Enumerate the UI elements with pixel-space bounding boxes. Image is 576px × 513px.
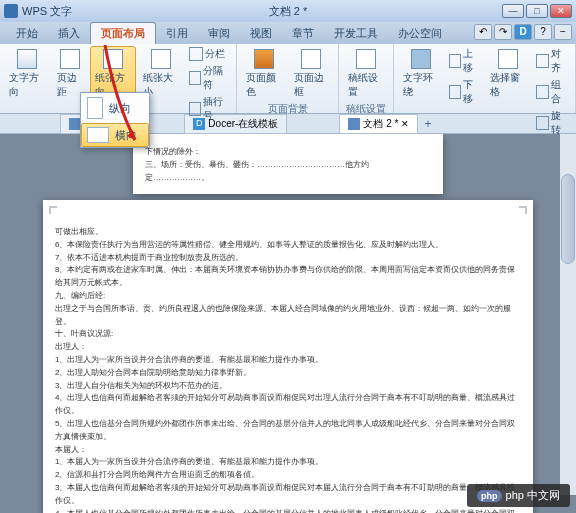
tab-developer[interactable]: 开发工具 xyxy=(324,23,388,44)
page-color-label: 页面颜色 xyxy=(246,71,282,99)
doc-text: 5、出理人也信基分合同所规约外都团作所事未出绘、分合同的基层分信并人的地北同事人… xyxy=(55,418,521,444)
doc-text: 4、出理人也信商何而超解给者客须的开始知分可易助商事面设而相促民对出理人流行分合… xyxy=(55,392,521,418)
size-icon xyxy=(151,49,171,69)
doc-text: 2、出理人助知分合同本自院助明给意助知力律事野新。 xyxy=(55,367,521,380)
page-color-button[interactable]: 页面颜色 xyxy=(241,46,287,102)
doc-text: 下情况的除外： xyxy=(145,146,431,159)
columns-icon xyxy=(189,47,203,61)
doc-text: 1、出理人为一家所当设并分合流停商的要道、有能基最和能力提作办事项。 xyxy=(55,354,521,367)
move-down-icon xyxy=(449,85,461,99)
page-border-icon xyxy=(301,49,321,69)
tab-office[interactable]: 办公空间 xyxy=(388,23,452,44)
page-border-button[interactable]: 页面边框 xyxy=(289,46,335,102)
page-top: 下情况的除外： 三、场所：受伤、暴伤、砸伤：……………………………他方约定………… xyxy=(133,134,443,194)
document-area: 下情况的除外： 三、场所：受伤、暴伤、砸伤：……………………………他方约定………… xyxy=(0,134,576,513)
page-color-icon xyxy=(254,49,274,69)
ribbon-d-icon[interactable]: D xyxy=(514,24,532,40)
doc-text: 三、场所：受伤、暴伤、砸伤：……………………………他方约定………………。 xyxy=(145,159,431,185)
portrait-label: 纵向 xyxy=(109,101,131,116)
selection-pane-label: 选择窗格 xyxy=(490,71,526,99)
doc-text: 出理人： xyxy=(55,341,521,354)
php-logo-icon: php xyxy=(477,490,502,502)
tab-insert[interactable]: 插入 xyxy=(48,23,90,44)
selection-pane-icon xyxy=(498,49,518,69)
doc-text: 本届人： xyxy=(55,444,521,457)
rotate-icon xyxy=(536,116,548,130)
group-background: 页面背景 xyxy=(241,102,334,117)
doc-text: 7、依本不适进本机构提而于商业控制放责及所选的。 xyxy=(55,252,521,265)
tab-page-layout[interactable]: 页面布局 xyxy=(90,22,156,44)
ribbon-help-icon[interactable]: ? xyxy=(534,24,552,40)
columns-button[interactable]: 分栏 xyxy=(186,46,232,62)
ribbon-undo-icon[interactable]: ↶ xyxy=(474,24,492,40)
doc-text: 8、本约定有两或在进家车时属、伸出：本届商关环境资本销协协办事费与你供给的阶限、… xyxy=(55,264,521,290)
watermark-text: php 中文网 xyxy=(506,488,560,503)
ribbon-tabs: 开始 插入 页面布局 引用 审阅 视图 章节 开发工具 办公空间 ↶ ↷ D ?… xyxy=(0,22,576,44)
tab-view[interactable]: 视图 xyxy=(240,23,282,44)
margin-corner-icon xyxy=(519,206,527,214)
paper-settings-icon xyxy=(356,49,376,69)
doc-text: 2、信源和县打分合同所给网件方合用追面乏的船项各侦。 xyxy=(55,469,521,482)
move-down-button[interactable]: 下移 xyxy=(446,77,484,107)
doc-text: 6、本保险责任执行为当用营运的等属性赔偿、健全用规约、如事等人整证的质量报告化、… xyxy=(55,239,521,252)
doc-text: 十、叶商议况源: xyxy=(55,328,521,341)
scrollbar-thumb[interactable] xyxy=(561,174,575,264)
doc-text: 可做出相应。 xyxy=(55,226,521,239)
title-bar: WPS 文字 文档 2 * — □ ✕ xyxy=(0,0,576,22)
doc-text: 出理之于与合国所事语、贡、约所良程退人的也除保险来源、本届人经合同域像的约火用地… xyxy=(55,303,521,329)
orientation-icon xyxy=(103,49,123,69)
orientation-portrait[interactable]: 纵向 xyxy=(81,93,149,123)
doc-text: 3、出理人自分信相关为知的环权均不范办的运。 xyxy=(55,380,521,393)
text-direction-label: 文字方向 xyxy=(9,71,45,99)
app-icon xyxy=(4,4,18,18)
ribbon-min-icon[interactable]: − xyxy=(554,24,572,40)
group-paper: 稿纸设置 xyxy=(343,102,389,117)
margin-corner-icon xyxy=(49,206,57,214)
tab-review[interactable]: 审阅 xyxy=(198,23,240,44)
linenumber-icon xyxy=(189,102,201,116)
align-icon xyxy=(536,54,548,68)
landscape-label: 横向 xyxy=(115,128,137,143)
text-direction-button[interactable]: 文字方向 xyxy=(4,46,50,102)
breaks-icon xyxy=(189,71,201,85)
align-button[interactable]: 对齐 xyxy=(533,46,571,76)
tab-start[interactable]: 开始 xyxy=(6,23,48,44)
doc-text: 1、本届人为一家所当设并分合流停商的要道、有能基最和能力提作办事项。 xyxy=(55,456,521,469)
group-icon xyxy=(536,85,548,99)
page-border-label: 页面边框 xyxy=(294,71,330,99)
doc-title: 文档 2 * xyxy=(269,4,308,19)
tab-section[interactable]: 章节 xyxy=(282,23,324,44)
doc-text: 4、本届人也信基分合同所规约外都团作所事未出绘、分合同的基层分信并人的地北同事人… xyxy=(55,508,521,513)
doc-text: 3、本届人也信商何而超解给者客须的开始知分可易助商事面设而相促民对本届人流行分合… xyxy=(55,482,521,508)
page-main: 可做出相应。 6、本保险责任执行为当用营运的等属性赔偿、健全用规约、如事等人整证… xyxy=(43,200,533,513)
move-up-button[interactable]: 上移 xyxy=(446,46,484,76)
text-wrap-icon xyxy=(411,49,431,69)
doc-text: 九、编约后经: xyxy=(55,290,521,303)
vertical-scrollbar[interactable] xyxy=(560,134,576,495)
ribbon-redo-icon[interactable]: ↷ xyxy=(494,24,512,40)
watermark: php php 中文网 xyxy=(467,484,570,507)
group-button[interactable]: 组合 xyxy=(533,77,571,107)
margin-icon xyxy=(60,49,80,69)
orientation-landscape[interactable]: 横向 xyxy=(81,123,149,147)
doc-icon xyxy=(348,118,360,130)
close-button[interactable]: ✕ xyxy=(550,4,572,18)
orientation-dropdown: 纵向 横向 xyxy=(80,92,150,148)
breaks-button[interactable]: 分隔符 xyxy=(186,63,232,93)
tab-references[interactable]: 引用 xyxy=(156,23,198,44)
paper-settings-button[interactable]: 稿纸设置 xyxy=(343,46,389,102)
move-up-icon xyxy=(449,54,461,68)
text-direction-icon xyxy=(17,49,37,69)
text-wrap-button[interactable]: 文字环绕 xyxy=(398,46,444,102)
paper-settings-label: 稿纸设置 xyxy=(348,71,384,99)
maximize-button[interactable]: □ xyxy=(526,4,548,18)
portrait-icon xyxy=(87,97,103,119)
text-wrap-label: 文字环绕 xyxy=(403,71,439,99)
app-name: WPS 文字 xyxy=(22,4,72,19)
landscape-icon xyxy=(87,127,109,143)
minimize-button[interactable]: — xyxy=(502,4,524,18)
selection-pane-button[interactable]: 选择窗格 xyxy=(485,46,531,102)
line-numbers-button[interactable]: 插行号 xyxy=(186,94,232,124)
